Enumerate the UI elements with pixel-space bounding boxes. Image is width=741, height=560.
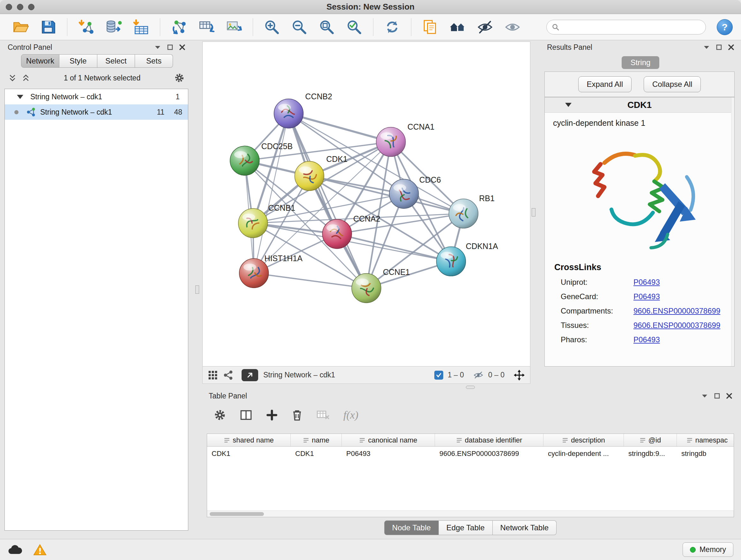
function-builder-button[interactable]: f(x) <box>343 409 358 421</box>
scrollbar-thumb[interactable] <box>210 512 264 516</box>
column-header-shared-name[interactable]: shared name <box>207 434 291 446</box>
clear-table-button[interactable] <box>317 410 329 420</box>
network-view-button[interactable] <box>223 370 233 380</box>
collection-count: 1 <box>176 92 180 101</box>
crosslink-value-link[interactable]: P06493 <box>633 292 660 301</box>
close-panel-icon[interactable] <box>726 393 732 399</box>
column-header--id[interactable]: @id <box>624 434 677 446</box>
close-window-button[interactable] <box>6 4 12 10</box>
table-settings-button[interactable] <box>214 409 226 421</box>
birdseye-crosshair-icon[interactable] <box>514 369 525 381</box>
external-arrow-icon <box>246 371 254 379</box>
search-input[interactable] <box>562 22 700 32</box>
zoom-window-button[interactable] <box>28 4 35 10</box>
network-node-cdkn1a[interactable]: CDKN1A <box>436 242 498 276</box>
open-session-button[interactable] <box>8 16 33 38</box>
network-from-selection-button[interactable] <box>166 16 192 38</box>
detach-view-button[interactable] <box>242 369 258 381</box>
left-splitter-handle[interactable] <box>195 286 199 294</box>
column-header-database-identifier[interactable]: database identifier <box>435 434 543 446</box>
column-header-description[interactable]: description <box>543 434 624 446</box>
refresh-view-button[interactable] <box>380 16 405 38</box>
gene-description: cyclin-dependent kinase 1 <box>545 113 734 128</box>
table-cell: CDK1 <box>291 449 342 458</box>
disclosure-triangle-icon[interactable] <box>17 95 23 99</box>
gene-header[interactable]: CDK1 <box>545 98 734 113</box>
collapse-all-button[interactable]: Collapse All <box>644 76 701 92</box>
panel-menu-icon[interactable] <box>701 394 708 398</box>
memory-button[interactable]: Memory <box>683 543 733 557</box>
right-splitter-handle[interactable] <box>532 208 536 216</box>
expand-all-button[interactable]: Expand All <box>578 76 631 92</box>
delete-column-button[interactable] <box>292 409 302 421</box>
minimize-window-button[interactable] <box>17 4 23 10</box>
tab-select[interactable]: Select <box>97 54 135 68</box>
crosslink-value-link[interactable]: 9606.ENSP00000378699 <box>633 307 720 315</box>
network-node-ccne1[interactable]: CCNE1 <box>352 267 410 303</box>
copy-document-button[interactable] <box>418 16 443 38</box>
crosslink-value-link[interactable]: P06493 <box>633 278 660 287</box>
show-all-button[interactable] <box>500 16 525 38</box>
zoom-out-button[interactable] <box>287 16 312 38</box>
save-session-button[interactable] <box>36 16 61 38</box>
new-network-table-button[interactable] <box>194 16 219 38</box>
disclosure-triangle-icon[interactable] <box>565 103 571 107</box>
hide-selected-button[interactable] <box>473 16 497 38</box>
results-scrollbar[interactable] <box>731 98 734 366</box>
zoom-in-button[interactable] <box>259 16 284 38</box>
close-panel-icon[interactable] <box>179 44 185 50</box>
tab-network[interactable]: Network <box>21 54 59 68</box>
close-panel-icon[interactable] <box>728 44 734 50</box>
show-columns-button[interactable] <box>240 410 252 421</box>
tab-sets[interactable]: Sets <box>135 54 173 68</box>
float-panel-icon[interactable] <box>714 393 720 399</box>
network-graph[interactable]: CCNB2CCNA1CDC25BCDK1CDC6RB1CCNB1CCNA2CDK… <box>203 42 530 366</box>
bottom-splitter-handle[interactable] <box>466 386 475 389</box>
tab-network-table[interactable]: Network Table <box>493 520 557 535</box>
tab-style[interactable]: Style <box>59 54 97 68</box>
table-row[interactable]: CDK1CDK1P064939606.ENSP00000378699cyclin… <box>207 447 734 461</box>
network-node-hist1h1a[interactable]: HIST1H1A <box>239 254 302 288</box>
network-node-ccnb1[interactable]: CCNB1 <box>239 203 295 238</box>
network-node-rb1[interactable]: RB1 <box>449 194 494 228</box>
network-canvas[interactable]: CCNB2CCNA1CDC25BCDK1CDC6RB1CCNB1CCNA2CDK… <box>202 42 530 367</box>
column-sort-icon <box>456 437 462 443</box>
collapse-all-button[interactable] <box>8 74 17 82</box>
protein-structure-image <box>545 129 734 257</box>
float-panel-icon[interactable] <box>716 44 722 50</box>
help-button[interactable]: ? <box>717 19 733 35</box>
network-table-icon <box>198 18 215 36</box>
panel-menu-icon[interactable] <box>154 45 161 50</box>
network-options-button[interactable] <box>174 73 185 83</box>
expand-all-button[interactable] <box>22 74 30 82</box>
zoom-fit-button[interactable] <box>314 16 339 38</box>
crosslink-value-link[interactable]: 9606.ENSP00000378699 <box>633 321 720 330</box>
import-network-from-file-button[interactable] <box>74 16 98 38</box>
network-row-selected[interactable]: String Network – cdk1 11 48 <box>5 105 188 120</box>
tab-edge-table[interactable]: Edge Table <box>439 520 493 535</box>
float-panel-icon[interactable] <box>167 44 173 50</box>
tab-node-table[interactable]: Node Table <box>384 520 439 535</box>
column-header-namespac[interactable]: namespac <box>677 434 734 446</box>
cloud-status-button[interactable] <box>8 544 22 555</box>
zoom-selected-button[interactable] <box>342 16 367 38</box>
control-panel-tabs: Network Style Select Sets <box>21 54 173 68</box>
add-column-button[interactable] <box>266 409 278 421</box>
import-table-from-file-button[interactable] <box>129 16 153 38</box>
import-network-from-database-button[interactable] <box>101 16 126 38</box>
tab-string[interactable]: String <box>622 56 659 69</box>
warnings-button[interactable] <box>33 544 47 556</box>
network-collection-row[interactable]: String Network – cdk1 1 <box>5 89 188 105</box>
column-header-name[interactable]: name <box>291 434 342 446</box>
table-panel: Table Panel <box>204 390 737 538</box>
table-horizontal-scrollbar[interactable] <box>207 510 734 517</box>
panel-menu-icon[interactable] <box>703 45 710 50</box>
column-header-canonical-name[interactable]: canonical name <box>342 434 435 446</box>
selected-items-checkbox-icon[interactable] <box>434 371 443 380</box>
grid-view-button[interactable] <box>208 370 218 380</box>
network-node-ccna1[interactable]: CCNA1 <box>376 122 434 157</box>
hidden-eye-slash-icon[interactable] <box>473 371 484 379</box>
crosslink-value-link[interactable]: P06493 <box>633 335 660 344</box>
export-image-button[interactable] <box>221 16 246 38</box>
first-neighbors-button[interactable] <box>445 16 470 38</box>
